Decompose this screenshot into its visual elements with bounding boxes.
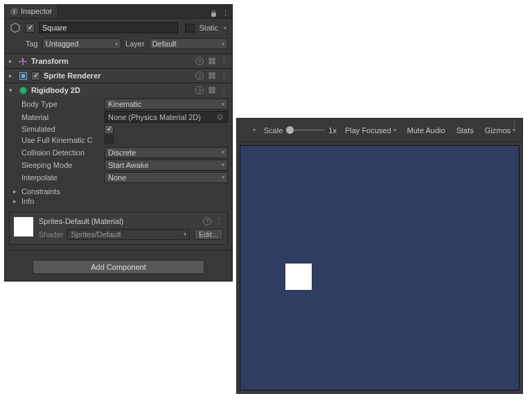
foldout-icon: ▾	[9, 87, 15, 94]
material-block: Sprites-Default (Material) ? ⋮ Shader Sp…	[9, 212, 228, 245]
svg-point-2	[19, 87, 26, 94]
layer-label: Layer	[125, 40, 145, 48]
constraints-foldout[interactable]: ▸Constraints	[13, 187, 228, 196]
material-object-field[interactable]: None (Physics Material 2D)⊙	[105, 111, 228, 123]
shader-edit-button[interactable]: Edit...	[194, 229, 223, 240]
inspector-panel: i Inspector ⋮ ✓ Square Static ▾ Tag Unta…	[4, 4, 233, 282]
info-foldout[interactable]: ▸Info	[13, 197, 228, 205]
stats-toggle[interactable]: Stats	[454, 125, 477, 136]
sprite-renderer-icon	[18, 71, 28, 80]
sprite-renderer-header[interactable]: ▸ ✓ Sprite Renderer ? ⋮	[5, 69, 232, 83]
collision-detection-label: Collision Detection	[21, 148, 105, 157]
info-icon: i	[10, 8, 18, 15]
game-view-toolbar: ⋮ ▾ Scale 1x Play Focused▾ Mute Audio St…	[237, 119, 522, 142]
transform-icon	[18, 56, 28, 66]
shader-dropdown[interactable]: Sprites/Default▾	[67, 229, 189, 240]
scale-slider[interactable]	[286, 129, 325, 131]
component-sprite-renderer: ▸ ✓ Sprite Renderer ? ⋮	[5, 68, 232, 83]
use-full-kinematic-checkbox[interactable]	[105, 135, 114, 144]
svg-rect-1	[21, 74, 24, 77]
cube-icon	[9, 21, 21, 34]
transform-header[interactable]: ▸ Transform ? ⋮	[5, 54, 232, 68]
material-preview[interactable]	[14, 217, 33, 236]
help-icon[interactable]: ?	[195, 71, 204, 80]
add-component-button[interactable]: Add Component	[33, 260, 204, 274]
tag-dropdown[interactable]: Untagged▾	[42, 38, 121, 49]
body-type-dropdown[interactable]: Kinematic▾	[105, 98, 228, 110]
simulated-checkbox[interactable]: ✓	[105, 125, 114, 134]
kebab-icon[interactable]: ⋮	[511, 120, 518, 129]
inspector-tab[interactable]: i Inspector	[5, 4, 58, 18]
foldout-icon: ▸	[9, 58, 15, 64]
inspector-tab-label: Inspector	[21, 7, 52, 15]
rigidbody2d-header[interactable]: ▾ Rigidbody 2D ? ⋮	[5, 83, 232, 97]
mute-audio-toggle[interactable]: Mute Audio	[405, 125, 448, 136]
help-icon[interactable]: ?	[203, 217, 211, 225]
gameobject-header: ✓ Square Static ▾	[5, 19, 232, 37]
sprite-renderer-enable-checkbox[interactable]: ✓	[31, 71, 40, 80]
material-title: Sprites-Default (Material)	[39, 217, 123, 225]
transform-title: Transform	[31, 57, 69, 65]
collision-detection-dropdown[interactable]: Discrete▾	[105, 147, 228, 158]
game-render-area	[240, 145, 520, 390]
kebab-icon[interactable]: ⋮	[215, 217, 223, 226]
tag-layer-row: Tag Untagged▾ Layer Default▾	[5, 37, 232, 53]
static-checkbox[interactable]	[185, 24, 195, 33]
kebab-icon[interactable]: ⋮	[222, 9, 229, 18]
tag-label: Tag	[26, 40, 38, 48]
layer-dropdown[interactable]: Default▾	[149, 38, 228, 49]
kebab-icon[interactable]: ⋮	[220, 71, 228, 80]
gameobject-name-field[interactable]: Square	[39, 22, 178, 33]
simulated-label: Simulated	[21, 125, 105, 133]
gameobject-enable-checkbox[interactable]: ✓	[26, 24, 35, 33]
kebab-icon[interactable]: ⋮	[220, 57, 228, 66]
body-type-label: Body Type	[21, 100, 105, 108]
scale-slider-group: Scale 1x	[264, 126, 337, 135]
rigidbody2d-properties: Body Type Kinematic▾ Material None (Phys…	[5, 97, 232, 186]
sleeping-mode-dropdown[interactable]: Start Awake▾	[105, 160, 228, 171]
component-transform: ▸ Transform ? ⋮	[5, 53, 232, 68]
scale-label: Scale	[264, 126, 283, 135]
help-icon[interactable]: ?	[195, 86, 204, 94]
kebab-icon[interactable]: ⋮	[220, 86, 228, 95]
preset-icon[interactable]	[208, 71, 216, 80]
game-view-window: ⋮ ▾ Scale 1x Play Focused▾ Mute Audio St…	[236, 118, 523, 394]
material-label: Material	[21, 113, 105, 121]
shader-label: Shader	[39, 230, 63, 239]
interpolate-dropdown[interactable]: None▾	[105, 172, 228, 183]
sprite-renderer-title: Sprite Renderer	[44, 71, 101, 80]
rigidbody2d-icon	[18, 85, 28, 95]
component-rigidbody2d: ▾ Rigidbody 2D ? ⋮ Body Type Kinematic▾ …	[5, 83, 232, 208]
preset-icon[interactable]	[208, 57, 216, 65]
static-label: Static	[199, 24, 218, 32]
rigidbody2d-title: Rigidbody 2D	[31, 86, 80, 94]
lock-icon[interactable]	[210, 10, 218, 17]
inspector-tabbar: i Inspector ⋮	[5, 5, 232, 19]
toolbar-left-dropdown[interactable]: ▾	[250, 126, 258, 135]
play-mode-dropdown[interactable]: Play Focused▾	[342, 125, 399, 136]
use-full-kinematic-label: Use Full Kinematic C	[21, 136, 105, 144]
object-picker-icon: ⊙	[215, 112, 224, 121]
square-sprite	[285, 264, 312, 290]
scale-value: 1x	[328, 126, 337, 135]
help-icon[interactable]: ?	[195, 57, 204, 65]
foldout-icon: ▸	[9, 72, 15, 79]
interpolate-label: Interpolate	[21, 173, 105, 182]
preset-icon[interactable]	[208, 86, 216, 94]
sleeping-mode-label: Sleeping Mode	[21, 161, 105, 169]
static-dropdown[interactable]: ▾	[222, 25, 228, 31]
